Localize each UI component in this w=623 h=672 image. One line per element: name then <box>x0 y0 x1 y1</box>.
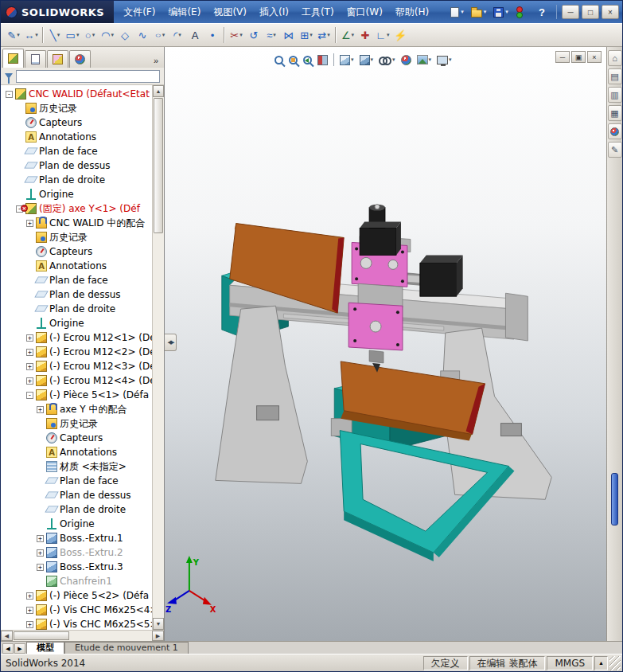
menu-item-6[interactable]: 窗口(W) <box>341 2 389 22</box>
ellipse-button[interactable]: ○▾ <box>151 25 169 45</box>
section-view-button[interactable] <box>316 52 329 68</box>
menu-item-7[interactable]: 帮助(H) <box>389 2 435 22</box>
expander-icon[interactable]: + <box>26 377 33 385</box>
scrollbar-thumb[interactable] <box>154 98 163 233</box>
expander-icon[interactable]: + <box>37 564 44 571</box>
expander-icon[interactable]: + <box>26 349 33 356</box>
tree-item[interactable]: +(-) Vis CHC M6x25<5> <box>1 617 152 630</box>
design-library-tab[interactable]: ▤ <box>608 68 622 84</box>
scrollbar-track[interactable] <box>153 234 164 618</box>
tree-item[interactable]: +Annotations <box>1 445 152 459</box>
tree-item[interactable]: +axe Y 中的配合 <box>1 402 152 416</box>
mirror-entities-button[interactable]: ⋈ <box>280 25 298 45</box>
trim-entities-button[interactable]: ✂▾ <box>228 25 245 45</box>
menu-item-5[interactable]: 工具(T) <box>295 2 341 22</box>
menu-item-3[interactable]: 视图(V) <box>207 2 253 22</box>
tree-item[interactable]: +Plan de droite <box>1 173 152 187</box>
new-document-button[interactable]: ▾ <box>448 6 466 19</box>
tree-item[interactable]: +(-) Vis CHC M6x25<4> <box>1 603 152 617</box>
repair-sketch-button[interactable]: ✚ <box>356 25 374 45</box>
tab-motion-study[interactable]: Etude de mouvement 1 <box>64 642 189 654</box>
close-button[interactable]: × <box>602 5 619 19</box>
linear-sketch-pattern-button[interactable]: ⊞▾ <box>298 25 315 45</box>
appearances-scenes-tab[interactable] <box>608 123 622 139</box>
beam-end-plate[interactable] <box>505 293 528 341</box>
view-settings-button[interactable]: ▾ <box>435 52 454 68</box>
line-button[interactable]: ╲▾ <box>46 25 64 45</box>
tree-item[interactable]: +(-) Ecrou M12<4> (Dé <box>1 373 152 388</box>
save-button[interactable]: ▾ <box>491 6 511 19</box>
tree-horizontal-scrollbar[interactable]: ◀ ▶ <box>1 630 164 641</box>
panel-splitter-handle[interactable]: ◀▶ <box>165 334 177 351</box>
graphics-viewport[interactable]: Y X Z ▾▾▾▾▾ ─▣× ◀▶ <box>165 47 606 641</box>
tree-item[interactable]: +(-) Ecrou M12<3> (Dé <box>1 359 152 373</box>
tree-item[interactable]: +Plan de face <box>1 144 152 158</box>
display-delete-relations-button[interactable]: ∠▾ <box>339 25 356 45</box>
tree-item[interactable]: +材质 <未指定> <box>1 459 152 474</box>
scrollbar-track[interactable] <box>70 631 152 641</box>
convert-entities-button[interactable]: ↺ <box>245 25 263 45</box>
tree-item[interactable]: +Plan de face <box>1 273 152 287</box>
tab-model[interactable]: 模型 <box>26 642 64 654</box>
tree-item[interactable]: +Plan de face <box>1 474 152 488</box>
tree-item[interactable]: +历史记录 <box>1 230 152 244</box>
solidworks-resources-tab[interactable]: ⌂ <box>608 50 622 66</box>
scroll-right-button[interactable]: ▶ <box>152 631 164 641</box>
menu-item-2[interactable]: 编辑(E) <box>162 2 207 22</box>
edit-appearance-button[interactable] <box>399 52 413 68</box>
quick-snaps-button[interactable]: ∟▾ <box>374 25 391 45</box>
expander-icon[interactable]: + <box>26 607 33 614</box>
configurationmanager-tab[interactable] <box>47 50 68 68</box>
tree-item[interactable]: +Capteurs <box>1 115 152 130</box>
menu-item-4[interactable]: 插入(I) <box>253 2 295 22</box>
sketch-button[interactable]: ✎▾ <box>5 25 22 45</box>
tree-item[interactable]: +Annotations <box>1 130 152 144</box>
maximize-button[interactable]: □ <box>582 5 599 19</box>
point-button[interactable]: • <box>204 25 221 45</box>
previous-view-button[interactable] <box>302 52 313 68</box>
tree-item[interactable]: +历史记录 <box>1 101 152 115</box>
tree-vertical-scrollbar[interactable]: ▲ ▼ <box>152 85 164 630</box>
tree-item[interactable]: +Plan de droite <box>1 502 152 517</box>
tree-item[interactable]: +Capteurs <box>1 244 152 259</box>
tree-item[interactable]: +(-) Ecrou M12<1> (Dé <box>1 330 152 345</box>
expander-icon[interactable]: - <box>6 91 13 98</box>
display-style-button[interactable]: ▾ <box>358 52 376 68</box>
model-canvas[interactable]: Y X Z <box>165 47 606 641</box>
arc-button[interactable]: ◠▾ <box>99 25 116 45</box>
file-explorer-tab[interactable]: ▥ <box>608 87 622 103</box>
task-pane-slider-handle[interactable] <box>611 473 618 525</box>
rapid-sketch-button[interactable]: ⚡ <box>391 25 409 45</box>
scroll-down-button[interactable]: ▼ <box>153 618 164 630</box>
displaymanager-tab[interactable] <box>69 50 91 68</box>
expander-icon[interactable]: + <box>26 621 33 628</box>
expander-icon[interactable]: + <box>37 535 44 542</box>
tab-scroll-right-button[interactable]: ▶ <box>14 643 25 654</box>
tree-item[interactable]: +Boss.-Extru.1 <box>1 531 152 545</box>
tree-item[interactable]: +Annotations <box>1 259 152 273</box>
expander-icon[interactable]: + <box>37 406 44 413</box>
help-button[interactable]: ? <box>532 6 551 18</box>
zoom-area-button[interactable] <box>287 52 299 68</box>
minimize-button[interactable]: ─ <box>562 5 579 19</box>
tree-item[interactable]: +Boss.-Extru.2 <box>1 545 152 560</box>
view-palette-tab[interactable]: ▦ <box>608 105 622 121</box>
tree-item[interactable]: +Plan de dessus <box>1 488 152 502</box>
scroll-up-button[interactable]: ▲ <box>153 85 164 97</box>
circle-button[interactable]: ○▾ <box>81 25 99 45</box>
tree-item[interactable]: +Boss.-Extru.3 <box>1 560 152 574</box>
panel-expand-chevron[interactable]: » <box>154 56 162 68</box>
smart-dimension-button[interactable]: ↔▾ <box>22 25 40 45</box>
propertymanager-tab[interactable] <box>25 50 46 68</box>
sketch-fillet-button[interactable]: ◜▾ <box>169 25 186 45</box>
tree-item[interactable]: +Plan de dessus <box>1 287 152 302</box>
view-orientation-button[interactable]: ▾ <box>338 52 356 68</box>
apply-scene-button[interactable]: ▾ <box>415 52 434 68</box>
document-restore-button[interactable]: ▣ <box>571 51 586 63</box>
expander-icon[interactable]: + <box>26 334 33 342</box>
unit-system[interactable]: MMGS <box>547 656 593 670</box>
rectangle-button[interactable]: ▭▾ <box>64 25 81 45</box>
unit-system-dropdown[interactable]: ▲ <box>594 656 608 670</box>
spindle-carriage[interactable] <box>348 236 411 372</box>
tree-item[interactable]: +历史记录 <box>1 416 152 431</box>
